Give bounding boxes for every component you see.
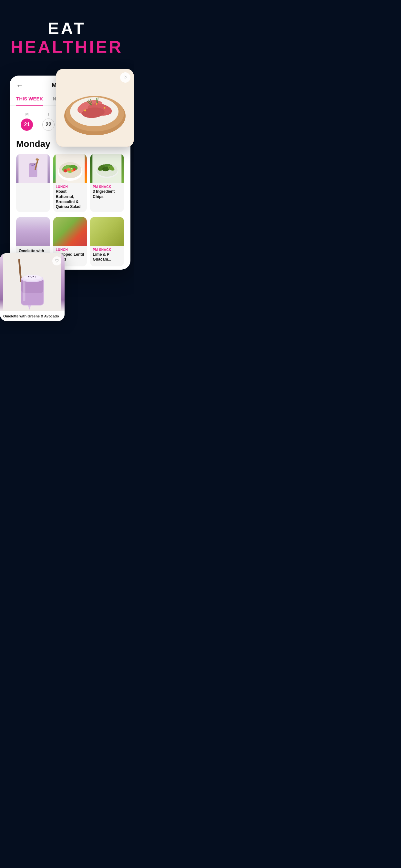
salad-image	[53, 154, 87, 183]
hero-line1: EAT	[6, 20, 127, 38]
meal-name-smoothie	[16, 186, 50, 188]
svg-point-44	[109, 167, 110, 168]
meal-row-1: LUNCH Roast Butternut, Broccolini & Quin…	[10, 154, 130, 217]
meal-label-pmsnack2: PM SNACK	[90, 246, 124, 252]
meal-name-pmsnack2: Lime & P Guacam...	[90, 252, 124, 265]
svg-point-55	[30, 276, 31, 277]
day-letter-mon: M	[25, 112, 28, 117]
svg-point-53	[24, 275, 41, 280]
app-container: ♡	[3, 75, 130, 334]
meal-card-chips2[interactable]: PM SNACK Lime & P Guacam...	[90, 217, 124, 267]
calendar-day-mon[interactable]: M 21	[16, 112, 38, 131]
meal-card-chips[interactable]: PM SNACK 3 Ingredient Chips	[90, 154, 124, 212]
meal-name-lunch: Roast Butternut, Broccolini & Quinoa Sal…	[53, 189, 87, 212]
svg-point-34	[71, 168, 72, 169]
smoothie-svg	[16, 154, 50, 183]
tab-this-week[interactable]: THIS WEEK	[16, 92, 43, 105]
svg-point-54	[28, 276, 29, 277]
meal-card-salad[interactable]: LUNCH Roast Butternut, Broccolini & Quin…	[53, 154, 87, 212]
smoothie2-image	[16, 217, 50, 246]
salad2-image	[53, 217, 87, 246]
meal-label-smoothie2	[16, 246, 50, 249]
svg-point-29	[66, 168, 70, 171]
smoothie-image	[16, 154, 50, 183]
svg-point-31	[64, 169, 67, 173]
svg-line-11	[96, 98, 97, 103]
heart-icon: ♡	[123, 75, 127, 80]
hero-section: EAT HEALTHIER	[0, 0, 134, 69]
salad-svg	[53, 154, 87, 183]
meal-label-lunch: LUNCH	[53, 183, 87, 189]
svg-point-21	[34, 164, 35, 165]
svg-point-35	[67, 172, 68, 173]
day-letter-tue: T	[48, 112, 50, 117]
svg-point-56	[33, 276, 34, 277]
svg-rect-59	[23, 281, 25, 301]
svg-point-58	[31, 277, 32, 278]
svg-point-45	[106, 170, 107, 171]
svg-point-13	[104, 107, 105, 109]
svg-rect-17	[29, 163, 36, 165]
meal-label-pmsnack: PM SNACK	[90, 183, 124, 189]
meal-label-lunch2: LUNCH	[53, 246, 87, 252]
floating-food-card-bottom: ♡	[0, 253, 65, 321]
chips-svg	[90, 154, 124, 183]
hero-line2: HEALTHIER	[6, 38, 127, 56]
floating-card-label: Omelette with Greens & Avocado	[0, 311, 65, 321]
meal-card-smoothie[interactable]	[16, 154, 50, 212]
heart-icon-bottom: ♡	[55, 258, 59, 264]
svg-point-14	[96, 103, 97, 104]
chips-image	[90, 154, 124, 183]
day-num-22: 22	[42, 119, 55, 131]
svg-point-57	[35, 277, 36, 278]
meal-label-smoothie	[16, 183, 50, 186]
chips2-image	[90, 217, 124, 246]
svg-point-43	[103, 168, 104, 169]
svg-point-20	[31, 165, 33, 166]
floating-food-card-top: ♡	[56, 69, 134, 147]
meal-name-pmsnack: 3 Ingredient Chips	[90, 189, 124, 202]
svg-point-32	[73, 168, 75, 171]
day-num-21: 21	[21, 119, 33, 131]
svg-point-22	[33, 165, 34, 166]
back-button[interactable]: ←	[16, 82, 23, 90]
svg-point-12	[84, 110, 86, 112]
favorite-button-bottom[interactable]: ♡	[52, 256, 61, 266]
svg-point-33	[69, 167, 70, 168]
